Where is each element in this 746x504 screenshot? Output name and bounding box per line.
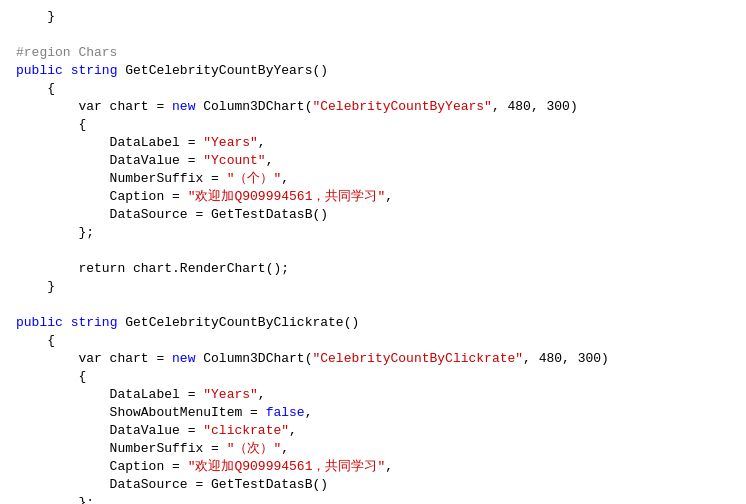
- code-line: var chart = new Column3DChart("Celebrity…: [0, 98, 746, 116]
- code-token: Caption =: [16, 188, 188, 206]
- code-token: var chart =: [16, 350, 172, 368]
- code-line: DataLabel = "Years",: [0, 386, 746, 404]
- code-token: NumberSuffix =: [16, 170, 227, 188]
- code-token: {: [16, 368, 86, 386]
- code-token: }: [16, 278, 55, 296]
- code-token: ,: [281, 170, 289, 188]
- code-line: };: [0, 494, 746, 504]
- code-token: DataLabel =: [16, 134, 203, 152]
- code-token: GetCelebrityCountByClickrate(): [117, 314, 359, 332]
- code-line: {: [0, 368, 746, 386]
- code-line: {: [0, 332, 746, 350]
- code-line: };: [0, 224, 746, 242]
- code-line: }: [0, 8, 746, 26]
- code-token: return chart.RenderChart();: [16, 260, 289, 278]
- code-token: "Ycount": [203, 152, 265, 170]
- code-line: {: [0, 80, 746, 98]
- code-token: "欢迎加Q909994561，共同学习": [188, 188, 386, 206]
- code-line: NumberSuffix = "（次）",: [0, 440, 746, 458]
- code-line: DataSource = GetTestDatasB(): [0, 476, 746, 494]
- code-line: [0, 26, 746, 44]
- code-line: public string GetCelebrityCountByYears(): [0, 62, 746, 80]
- code-token: DataValue =: [16, 422, 203, 440]
- code-token: "（次）": [227, 440, 282, 458]
- code-editor: } #region Charspublic string GetCelebrit…: [0, 0, 746, 504]
- code-token: NumberSuffix =: [16, 440, 227, 458]
- code-token: ,: [281, 440, 289, 458]
- code-token: ,: [289, 422, 297, 440]
- code-token: }: [16, 8, 55, 26]
- code-token: DataValue =: [16, 152, 203, 170]
- code-token: "（个）": [227, 170, 282, 188]
- code-token: new: [172, 98, 195, 116]
- code-token: {: [16, 80, 55, 98]
- code-token: string: [71, 62, 118, 80]
- code-line: DataValue = "Ycount",: [0, 152, 746, 170]
- code-token: string: [71, 314, 118, 332]
- code-line: DataValue = "clickrate",: [0, 422, 746, 440]
- code-token: ,: [258, 386, 266, 404]
- code-token: , 480, 300): [492, 98, 578, 116]
- code-token: "Years": [203, 386, 258, 404]
- code-token: public: [16, 62, 63, 80]
- code-token: Column3DChart(: [195, 350, 312, 368]
- code-token: ,: [385, 458, 393, 476]
- code-token: };: [16, 224, 94, 242]
- code-line: public string GetCelebrityCountByClickra…: [0, 314, 746, 332]
- code-token: public: [16, 314, 63, 332]
- code-token: [63, 62, 71, 80]
- code-line: var chart = new Column3DChart("Celebrity…: [0, 350, 746, 368]
- code-token: "CelebrityCountByClickrate": [312, 350, 523, 368]
- code-line: Caption = "欢迎加Q909994561，共同学习",: [0, 188, 746, 206]
- code-line: ShowAboutMenuItem = false,: [0, 404, 746, 422]
- code-token: DataSource = GetTestDatasB(): [16, 206, 328, 224]
- code-line: }: [0, 278, 746, 296]
- code-token: };: [16, 494, 94, 504]
- code-token: Caption =: [16, 458, 188, 476]
- code-token: ShowAboutMenuItem =: [16, 404, 266, 422]
- code-token: #region Chars: [16, 44, 117, 62]
- code-line: DataSource = GetTestDatasB(): [0, 206, 746, 224]
- code-token: ,: [266, 152, 274, 170]
- code-token: var chart =: [16, 98, 172, 116]
- code-line: [0, 242, 746, 260]
- code-token: GetCelebrityCountByYears(): [117, 62, 328, 80]
- code-token: DataSource = GetTestDatasB(): [16, 476, 328, 494]
- code-line: Caption = "欢迎加Q909994561，共同学习",: [0, 458, 746, 476]
- code-line: return chart.RenderChart();: [0, 260, 746, 278]
- code-token: "clickrate": [203, 422, 289, 440]
- code-line: DataLabel = "Years",: [0, 134, 746, 152]
- code-token: , 480, 300): [523, 350, 609, 368]
- code-line: NumberSuffix = "（个）",: [0, 170, 746, 188]
- code-token: "欢迎加Q909994561，共同学习": [188, 458, 386, 476]
- code-token: DataLabel =: [16, 386, 203, 404]
- code-token: ,: [258, 134, 266, 152]
- code-token: [63, 314, 71, 332]
- code-token: {: [16, 116, 86, 134]
- code-token: new: [172, 350, 195, 368]
- code-line: {: [0, 116, 746, 134]
- code-token: ,: [305, 404, 313, 422]
- code-line: [0, 296, 746, 314]
- code-token: ,: [385, 188, 393, 206]
- code-token: Column3DChart(: [195, 98, 312, 116]
- code-token: "Years": [203, 134, 258, 152]
- code-line: #region Chars: [0, 44, 746, 62]
- code-token: false: [266, 404, 305, 422]
- code-token: {: [16, 332, 55, 350]
- code-token: "CelebrityCountByYears": [312, 98, 491, 116]
